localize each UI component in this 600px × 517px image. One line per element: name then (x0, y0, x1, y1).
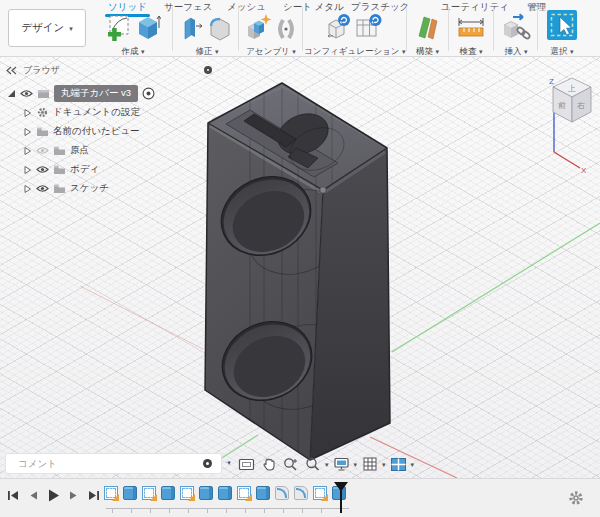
fit-view-icon[interactable] (237, 455, 256, 473)
timeline-feature-fillet-icon[interactable] (294, 486, 308, 500)
browser-item-label: スケッチ (70, 182, 109, 195)
display-settings-icon[interactable] (332, 455, 351, 473)
browser-item-label: ドキュメントの設定 (53, 106, 140, 119)
panel-dot-icon[interactable] (204, 66, 212, 74)
view-cube[interactable]: Z X 上 前 右 (540, 60, 598, 175)
chevron-down-icon[interactable]: ▾ (382, 461, 386, 468)
inspect-group-label[interactable]: 検査 ▾ (449, 46, 493, 58)
timeline-feature-sketch-icon[interactable] (313, 486, 327, 500)
expand-triangle-icon[interactable] (22, 165, 32, 175)
play-button[interactable] (46, 488, 61, 503)
zoom-icon[interactable] (281, 455, 300, 473)
timeline-feature-extrude-icon[interactable] (256, 486, 270, 500)
browser-item-named-views[interactable]: 名前の付いたビュー (0, 122, 218, 141)
browser-root-row[interactable]: 丸端子カバー v3 (0, 83, 218, 103)
eye-icon[interactable] (20, 89, 33, 98)
comment-input[interactable] (6, 458, 203, 469)
create-sketch-icon[interactable] (106, 12, 132, 45)
chevron-down-icon: ▾ (69, 25, 73, 32)
extrude-icon[interactable] (134, 12, 161, 45)
activate-component-radio[interactable] (142, 87, 155, 100)
select-icon[interactable] (546, 9, 578, 45)
toolbar-group-create[interactable]: 作成 ▾ (94, 14, 172, 57)
design-menu-button[interactable]: デザイン ▾ (8, 9, 86, 47)
timeline-feature-extrude-icon[interactable] (123, 486, 137, 500)
timeline-feature-extrude-icon[interactable] (161, 486, 175, 500)
browser-title: ブラウザ (23, 64, 60, 77)
toolbar-group-select[interactable]: 選択 ▾ (540, 14, 584, 57)
timeline-feature-extrude-icon[interactable] (218, 486, 232, 500)
measure-icon[interactable] (456, 15, 486, 45)
chevron-down-icon[interactable]: ▾ (411, 461, 415, 468)
design-menu-label: デザイン (21, 21, 64, 35)
timeline-features (104, 486, 346, 500)
grid-settings-icon[interactable] (360, 455, 379, 473)
assemble-group-label[interactable]: アセンブリ ▾ (240, 46, 302, 58)
step-forward-button[interactable] (66, 488, 81, 503)
viewports-icon[interactable] (389, 455, 408, 473)
browser-item-origin[interactable]: 原点 (0, 141, 218, 160)
window-zoom-icon[interactable] (303, 455, 322, 473)
step-back-button[interactable] (26, 488, 41, 503)
viewcube-right-label[interactable]: 右 (577, 101, 585, 110)
comment-bar[interactable] (5, 453, 222, 474)
browser-item-bodies[interactable]: ボディ (0, 160, 218, 179)
eye-icon[interactable] (36, 184, 49, 193)
expand-triangle-icon[interactable] (22, 146, 32, 156)
timeline-feature-sketch-icon[interactable] (104, 486, 118, 500)
create-group-label[interactable]: 作成 ▾ (94, 46, 172, 58)
expand-triangle-icon[interactable] (6, 88, 16, 98)
expand-triangle-icon[interactable] (22, 184, 32, 194)
configuration-table-icon[interactable] (355, 12, 383, 45)
timeline-settings-gear-icon[interactable] (568, 490, 584, 510)
joint-icon[interactable] (274, 13, 298, 45)
timeline-feature-extrude-icon[interactable] (199, 486, 213, 500)
collapse-panel-icon[interactable] (6, 66, 17, 75)
folder-icon (36, 126, 49, 137)
timeline-feature-sketch-icon[interactable] (237, 486, 251, 500)
document-name[interactable]: 丸端子カバー v3 (54, 85, 138, 102)
expand-triangle-icon[interactable] (22, 127, 32, 137)
configuration-group-label[interactable]: コンフィギュレーション ▾ (304, 46, 404, 58)
eye-off-icon[interactable] (36, 146, 49, 155)
go-to-end-button[interactable] (86, 488, 101, 503)
browser-item-document-settings[interactable]: ドキュメントの設定 (0, 103, 218, 122)
viewcube-front-label[interactable]: 前 (558, 101, 566, 110)
browser-panel: ブラウザ 丸端子カバー v3 ドキュメントの設定 名前の付いたビュー 原点 (0, 61, 218, 198)
timeline-feature-sketch-icon[interactable] (180, 486, 194, 500)
insert-group-label[interactable]: 挿入 ▾ (495, 46, 537, 58)
timeline-feature-sketch-icon[interactable] (142, 486, 156, 500)
x-axis (554, 152, 580, 168)
toolbar-group-inspect[interactable]: 検査 ▾ (449, 14, 493, 57)
toolbar-group-construct[interactable]: 構築 ▾ (408, 14, 447, 57)
insert-icon[interactable] (501, 12, 531, 45)
component-icon (37, 88, 50, 99)
navigation-bar: ▾ ▾ ▾ ▾ (237, 455, 414, 473)
record-comment-icon[interactable] (203, 459, 212, 468)
toolbar-group-configuration[interactable]: コンフィギュレーション ▾ (304, 14, 404, 57)
timeline-feature-fillet-icon[interactable] (275, 486, 289, 500)
construct-group-label[interactable]: 構築 ▾ (408, 46, 447, 58)
construct-plane-icon[interactable] (415, 12, 441, 45)
toolbar-group-insert[interactable]: 挿入 ▾ (495, 14, 537, 57)
modify-group-label[interactable]: 修正 ▾ (177, 46, 237, 58)
tab-utilities[interactable]: ユーティリティ (441, 1, 509, 14)
toolbar-group-assemble[interactable]: アセンブリ ▾ (240, 14, 302, 57)
eye-icon[interactable] (36, 165, 49, 174)
viewcube-top-label[interactable]: 上 (567, 84, 576, 93)
chevron-down-icon[interactable]: ▾ (354, 461, 358, 468)
expand-triangle-icon[interactable] (22, 108, 32, 118)
press-pull-icon[interactable] (181, 13, 205, 45)
fillet-icon[interactable] (207, 13, 233, 45)
select-group-label[interactable]: 選択 ▾ (540, 46, 584, 58)
chevron-down-icon[interactable]: ▾ (325, 461, 329, 468)
comment-expand-caret-icon[interactable]: ·▾ (225, 459, 231, 467)
go-to-start-button[interactable] (6, 488, 21, 503)
browser-item-label: 原点 (70, 144, 89, 157)
toolbar-group-modify[interactable]: 修正 ▾ (177, 14, 237, 57)
configure-icon[interactable] (325, 12, 353, 45)
new-component-icon[interactable] (245, 13, 272, 45)
pan-icon[interactable] (259, 455, 278, 473)
folder-icon (53, 145, 66, 156)
browser-item-sketches[interactable]: スケッチ (0, 179, 218, 198)
